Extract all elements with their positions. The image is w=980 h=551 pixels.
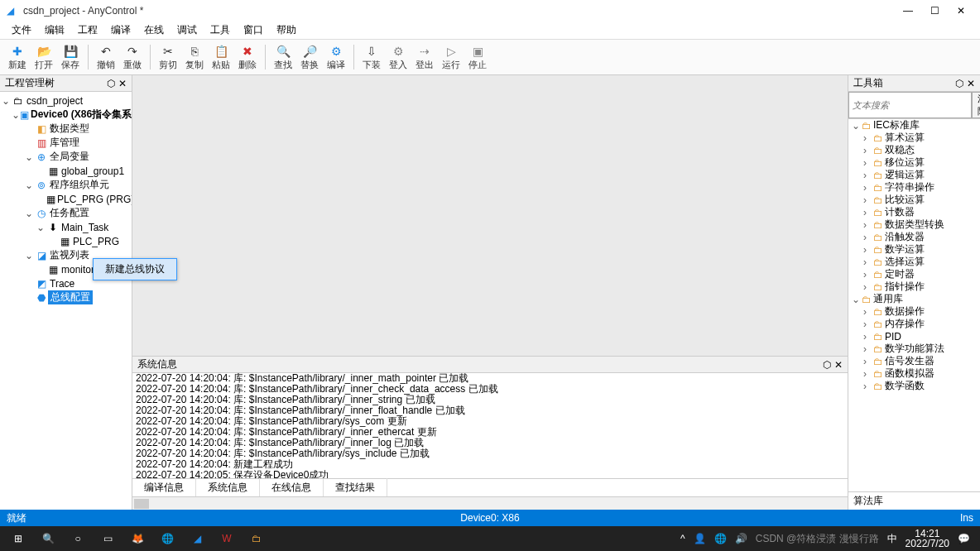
- lib-node[interactable]: ›🗀双稳态: [848, 144, 980, 156]
- chrome-icon[interactable]: 🌐: [152, 526, 182, 551]
- expand-icon[interactable]: ›: [863, 219, 873, 231]
- menu-new-bus-protocol[interactable]: 新建总线协议: [94, 259, 176, 280]
- tree-globalgroup[interactable]: global_group1: [60, 165, 124, 177]
- expand-icon[interactable]: ›: [863, 269, 873, 280]
- toolbar-撤销[interactable]: ↶撤销: [94, 44, 118, 70]
- lib-node[interactable]: ›🗀数据操作: [848, 305, 980, 318]
- expand-icon[interactable]: ⌄: [23, 151, 35, 163]
- search-icon[interactable]: 🔍: [33, 526, 63, 551]
- toolbar-登出[interactable]: ⇢登出: [412, 44, 437, 70]
- toolbar-替换[interactable]: 🔎替换: [297, 44, 322, 70]
- toolbar-剪切[interactable]: ✂剪切: [156, 44, 180, 70]
- tray-volume-icon[interactable]: 🔊: [735, 533, 747, 544]
- lib-node[interactable]: ›🗀沿触发器: [848, 231, 980, 243]
- lib-node[interactable]: ›🗀计数器: [848, 206, 980, 218]
- tree-pou[interactable]: 程序组织单元: [48, 178, 109, 192]
- tree-watchlist[interactable]: 监视列表: [48, 248, 89, 262]
- tree-plcprg[interactable]: PLC_PRG (PRG): [55, 194, 132, 205]
- lib-node[interactable]: ›🗀内存操作: [848, 318, 980, 330]
- log-output[interactable]: 2022-07-20 14:20:04: 库: $InstancePath/li…: [132, 373, 848, 478]
- expand-icon[interactable]: ⌄: [852, 294, 862, 305]
- tree-libmanage[interactable]: 库管理: [48, 136, 79, 150]
- expand-icon[interactable]: ›: [863, 281, 873, 293]
- expand-icon[interactable]: ⌄: [23, 208, 35, 219]
- tray-people-icon[interactable]: 👤: [694, 533, 706, 544]
- toolbox-tree[interactable]: ⌄🗀IEC标准库›🗀算术运算›🗀双稳态›🗀移位运算›🗀逻辑运算›🗀字符串操作›🗀…: [848, 119, 980, 491]
- expand-icon[interactable]: ⌄: [23, 180, 35, 191]
- expand-icon[interactable]: ›: [863, 356, 873, 367]
- start-button[interactable]: ⊞: [3, 526, 33, 551]
- tab-online[interactable]: 在线信息: [260, 478, 324, 497]
- menu-help[interactable]: 帮助: [271, 22, 301, 39]
- expand-icon[interactable]: ›: [863, 319, 873, 330]
- expand-icon[interactable]: ›: [863, 145, 873, 156]
- lib-node[interactable]: ›🗀数学功能算法: [848, 343, 980, 355]
- expand-icon[interactable]: ›: [863, 306, 873, 318]
- expand-icon[interactable]: ›: [863, 232, 873, 243]
- expand-icon[interactable]: ⌄: [35, 222, 46, 233]
- expand-icon[interactable]: ›: [863, 331, 873, 343]
- expand-icon[interactable]: ›: [863, 207, 873, 218]
- pin-icon[interactable]: ⬡: [823, 359, 831, 371]
- expand-icon[interactable]: ›: [863, 132, 873, 144]
- toolbar-粘贴[interactable]: 📋粘贴: [209, 44, 233, 70]
- toolbar-复制[interactable]: ⎘复制: [182, 44, 207, 70]
- tab-system[interactable]: 系统信息: [196, 478, 260, 497]
- toolbar-登入[interactable]: ⚙登入: [386, 44, 411, 70]
- pin-icon[interactable]: ⬡: [107, 78, 115, 89]
- maximize-button[interactable]: ☐: [929, 5, 940, 17]
- firefox-icon[interactable]: 🦊: [122, 526, 152, 551]
- close-button[interactable]: ✕: [955, 5, 967, 17]
- lib-node[interactable]: ›🗀选择运算: [848, 256, 980, 268]
- tree-maintask[interactable]: Main_Task: [60, 222, 108, 233]
- toolbar-重做[interactable]: ↷重做: [120, 44, 145, 70]
- lib-node[interactable]: ›🗀数学函数: [848, 380, 980, 392]
- toolbar-打开[interactable]: 📂打开: [31, 44, 56, 70]
- toolbar-查找[interactable]: 🔍查找: [271, 44, 295, 70]
- cortana-icon[interactable]: ○: [63, 526, 93, 551]
- expand-icon[interactable]: ⌄: [0, 95, 12, 107]
- menu-tools[interactable]: 工具: [205, 22, 235, 39]
- menu-debug[interactable]: 调试: [172, 22, 202, 39]
- panel-close-icon[interactable]: ✕: [967, 78, 975, 89]
- menu-online[interactable]: 在线: [139, 22, 169, 39]
- panel-close-icon[interactable]: ✕: [834, 359, 843, 371]
- tab-compile[interactable]: 编译信息: [132, 478, 196, 497]
- toolbar-停止[interactable]: ▣停止: [465, 44, 490, 70]
- expand-icon[interactable]: ›: [863, 170, 873, 181]
- menu-file[interactable]: 文件: [7, 22, 36, 39]
- toolbar-编译[interactable]: ⚙编译: [324, 44, 348, 70]
- expand-icon[interactable]: ⌄: [23, 250, 35, 261]
- expand-icon[interactable]: ›: [863, 368, 873, 380]
- lib-node[interactable]: ›🗀算术运算: [848, 132, 980, 144]
- tab-find[interactable]: 查找结果: [324, 478, 387, 497]
- tree-root[interactable]: csdn_project: [25, 95, 83, 107]
- lib-node[interactable]: ›🗀比较运算: [848, 194, 980, 206]
- lib-node[interactable]: ⌄🗀IEC标准库: [848, 119, 980, 132]
- menu-project[interactable]: 工程: [73, 22, 103, 39]
- lib-node[interactable]: ›🗀PID: [848, 330, 980, 343]
- toolbar-保存[interactable]: 💾保存: [58, 44, 83, 70]
- tree-buscfg[interactable]: 总线配置: [48, 290, 93, 304]
- expand-icon[interactable]: ›: [863, 381, 873, 392]
- toolbar-下装[interactable]: ⇩下装: [359, 44, 384, 70]
- menu-window[interactable]: 窗口: [238, 22, 268, 39]
- scroll-thumb[interactable]: [134, 499, 149, 509]
- pin-icon[interactable]: ⬡: [955, 78, 963, 89]
- toolbox-bottom[interactable]: 算法库: [848, 491, 980, 510]
- expand-icon[interactable]: ⌄: [852, 120, 862, 132]
- lib-node[interactable]: ›🗀数学运算: [848, 243, 980, 256]
- horizontal-scrollbar[interactable]: [132, 496, 848, 510]
- tray-clock[interactable]: 14:21 2022/7/20: [906, 529, 949, 549]
- lib-node[interactable]: ⌄🗀通用库: [848, 293, 980, 305]
- explorer-icon[interactable]: 🗀: [242, 526, 271, 551]
- tray-notification-icon[interactable]: 💬: [958, 533, 970, 544]
- tree-device[interactable]: Device0 (X86指令集系统(: [29, 108, 132, 122]
- toolbar-删除[interactable]: ✖删除: [235, 44, 260, 70]
- wps-icon[interactable]: W: [212, 526, 242, 551]
- tree-taskcfg[interactable]: 任务配置: [48, 206, 89, 220]
- lib-node[interactable]: ›🗀函数模拟器: [848, 367, 980, 380]
- expand-icon[interactable]: ›: [863, 256, 873, 268]
- tree-globalvar[interactable]: 全局变量: [48, 150, 89, 164]
- toolbar-运行[interactable]: ▷运行: [439, 44, 464, 70]
